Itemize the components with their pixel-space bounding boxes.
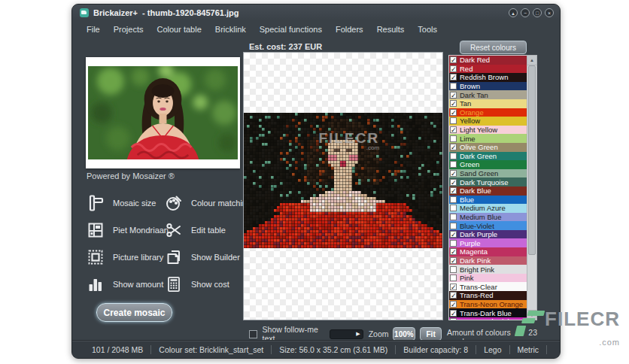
close-button[interactable]: × (545, 8, 554, 17)
reset-colours-button[interactable]: Reset colours (460, 41, 527, 54)
color-checkbox[interactable]: ✓ (450, 231, 457, 238)
color-checkbox[interactable]: ✓ (450, 74, 457, 80)
color-checkbox[interactable]: ✓ (450, 65, 457, 72)
color-checkbox[interactable] (450, 223, 457, 229)
color-row-dark-turquoise[interactable]: ✓Dark Turquoise (449, 177, 527, 187)
color-checkbox[interactable] (450, 117, 457, 124)
color-checkbox[interactable] (450, 161, 457, 168)
color-checkbox[interactable]: ✓ (450, 292, 457, 299)
color-name: Dark Red (458, 56, 490, 64)
zoom-fit-button[interactable]: Fit (420, 327, 442, 341)
show-follow-me-checkbox[interactable] (249, 330, 257, 338)
color-checkbox[interactable]: ✓ (450, 109, 457, 116)
create-mosaic-button[interactable]: Create mosaic (96, 303, 172, 322)
color-row-pink[interactable]: Pink (449, 274, 527, 283)
color-checkbox[interactable]: ✓ (450, 301, 457, 308)
color-row-dark-tan[interactable]: ✓Dark Tan (449, 90, 527, 99)
tool-edit-table[interactable]: Edit table (163, 220, 244, 240)
roll-up-button[interactable]: ▴ (509, 8, 518, 17)
color-name: Purple (458, 239, 480, 247)
color-checkbox[interactable] (450, 196, 457, 203)
scrollbar-thumb[interactable] (528, 65, 536, 255)
color-row-tan[interactable]: ✓Tan (449, 99, 527, 108)
color-row-olive-green[interactable]: ✓Olive Green (449, 143, 527, 152)
color-row-trans-clear[interactable]: ✓Trans-Clear (449, 282, 527, 291)
menu-file[interactable]: File (80, 23, 107, 35)
color-checkbox[interactable]: ✓ (450, 56, 457, 63)
color-checkbox[interactable]: ✓ (450, 144, 457, 150)
color-row-trans-dark-blue[interactable]: ✓Trans-Dark Blue (449, 308, 527, 317)
color-row-magenta[interactable]: ✓Magenta (449, 247, 527, 256)
tool-show-amount[interactable]: Show amount (84, 275, 163, 294)
color-row-trans-red[interactable]: ✓Trans-Red (449, 291, 527, 300)
color-checkbox[interactable] (450, 318, 457, 320)
color-row-red[interactable]: ✓Red (449, 65, 527, 74)
color-row-green[interactable]: Green (449, 160, 527, 169)
color-checkbox[interactable]: ✓ (450, 170, 457, 177)
color-checkbox[interactable]: ✓ (450, 92, 457, 99)
tool-piet-mondriaan[interactable]: Piet Mondriaan (84, 220, 163, 240)
color-checkbox[interactable]: ✓ (450, 100, 457, 107)
color-row-dark-pink[interactable]: ✓Dark Pink (449, 256, 527, 265)
color-checkbox[interactable] (450, 266, 457, 273)
title-bar[interactable]: Brickaizer+ - thumb-1920-845761.jpg ▴−□× (72, 5, 560, 21)
color-checkbox[interactable] (450, 240, 457, 247)
source-image-preview[interactable] (86, 57, 240, 168)
scroll-up-icon[interactable]: ▲ (527, 56, 536, 65)
menu-special-functions[interactable]: Special functions (253, 23, 329, 35)
palette-icon (163, 193, 185, 213)
color-row-sand-green[interactable]: ✓Sand Green (449, 169, 527, 178)
menu-folders[interactable]: Folders (329, 23, 370, 35)
color-row-dark-red[interactable]: ✓Dark Red (449, 56, 527, 65)
menu-results[interactable]: Results (370, 23, 412, 35)
color-row-light-yellow[interactable]: ✓Light Yellow (449, 126, 527, 135)
color-checkbox[interactable]: ✓ (450, 179, 457, 186)
color-row-lime[interactable]: Lime (449, 134, 527, 143)
tool-show-cost[interactable]: Show cost (163, 275, 244, 294)
color-row-blue[interactable]: Blue (449, 196, 527, 205)
minimize-button[interactable]: − (521, 8, 530, 17)
color-row-dark-purple[interactable]: ✓Dark Purple (449, 230, 527, 239)
color-checkbox[interactable]: ✓ (450, 257, 457, 264)
color-checkbox[interactable]: ✓ (450, 248, 457, 255)
color-row-orange[interactable]: ✓Orange (449, 108, 527, 117)
color-row-medium-blue[interactable]: Medium Blue (449, 213, 527, 222)
menu-tools[interactable]: Tools (411, 23, 444, 35)
color-checkbox[interactable] (450, 153, 457, 159)
color-row-trans-neon-orange[interactable]: ✓Trans-Neon Orange (449, 300, 527, 309)
color-checkbox[interactable] (450, 83, 457, 89)
color-checkbox[interactable]: ✓ (450, 310, 457, 317)
tool-show-builder[interactable]: Show Builder (163, 247, 244, 267)
color-row-reddish-brown[interactable]: ✓Reddish Brown (449, 73, 527, 82)
tool-mosaic-size[interactable]: Mosaic size (84, 193, 163, 213)
zoom-100-button[interactable]: 100% (393, 327, 416, 341)
zoom-slider[interactable]: ▶ (330, 329, 363, 339)
color-checkbox[interactable]: ✓ (450, 187, 457, 194)
menu-projects[interactable]: Projects (107, 23, 150, 35)
color-checkbox[interactable]: ✓ (450, 284, 457, 290)
color-row-medium-azure[interactable]: Medium Azure (449, 204, 527, 213)
color-row-blue-violet[interactable]: Blue-Violet (449, 221, 527, 230)
color-row-dark-green[interactable]: Dark Green (449, 152, 527, 161)
color-checkbox[interactable] (450, 275, 457, 281)
color-checkbox[interactable]: ✓ (450, 126, 457, 133)
mosaic-canvas[interactable]: FILECR .com (243, 52, 443, 320)
menu-bricklink[interactable]: Bricklink (208, 23, 253, 35)
colour-list-scrollbar[interactable]: ▲ ▼ (527, 55, 537, 320)
scissors-icon (163, 220, 185, 240)
color-checkbox[interactable] (450, 214, 457, 220)
menu-colour-table[interactable]: Colour table (150, 23, 208, 35)
color-row-dark-blue[interactable]: ✓Dark Blue (449, 187, 527, 196)
color-row-trans-dark-pink[interactable]: Trans-Dark Pink (449, 317, 527, 320)
color-row-yellow[interactable]: Yellow (449, 117, 527, 126)
color-name: Trans-Dark Blue (458, 309, 512, 317)
tool-colour-matching[interactable]: Colour matching (163, 193, 244, 213)
color-row-brown[interactable]: Brown (449, 82, 527, 91)
color-row-bright-pink[interactable]: Bright Pink (449, 265, 527, 274)
maximize-button[interactable]: □ (533, 8, 542, 17)
tool-picture-library[interactable]: Picture library (84, 247, 163, 267)
color-name: Green (458, 160, 479, 168)
color-row-purple[interactable]: Purple (449, 238, 527, 247)
color-checkbox[interactable] (450, 135, 457, 142)
color-checkbox[interactable] (450, 205, 457, 211)
